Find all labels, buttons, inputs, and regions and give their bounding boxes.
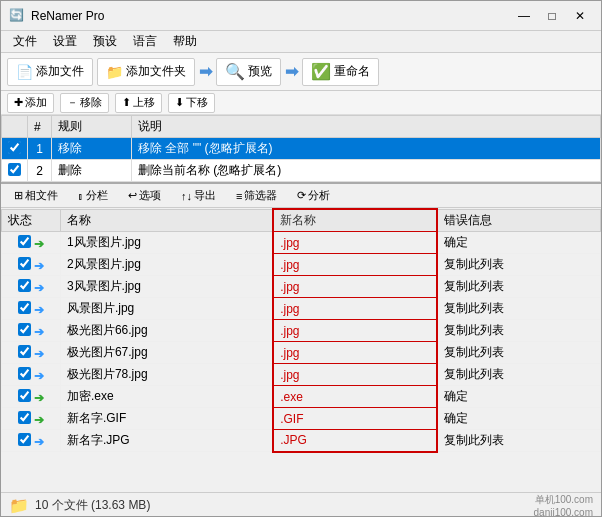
file-name-9: 新名字.GIF [60,408,273,430]
file-row-8[interactable]: ➔ 加密.exe .exe 确定 [2,386,601,408]
file-row-4[interactable]: ➔ 风景图片.jpg .jpg 复制此列表 [2,298,601,320]
file-newname-2: .jpg [273,254,437,276]
rule-checkbox-2[interactable] [2,160,28,182]
file-name-8: 加密.exe [60,386,273,408]
app-icon: 🔄 [9,8,25,24]
file-check-4[interactable] [18,301,31,314]
file-newname-1: .jpg [273,232,437,254]
columns-tab-icon: ⫾ [78,190,84,202]
add-folder-icon: 📁 [106,64,123,80]
file-row-1[interactable]: ➔ 1风景图片.jpg .jpg 确定 [2,232,601,254]
file-arrow-8: ➔ [34,391,44,405]
watermark: 单机100.com danji100.com [534,493,593,518]
add-icon: ✚ [14,96,23,109]
analysis-tab-label: 分析 [308,188,330,203]
file-check-8[interactable] [18,389,31,402]
menu-item-文件[interactable]: 文件 [5,31,45,52]
file-check-7[interactable] [18,367,31,380]
file-check-1[interactable] [18,235,31,248]
options-tab-icon: ↩ [128,189,137,202]
tab-options[interactable]: ↩ 选项 [119,186,170,206]
file-status-4: ➔ [2,298,61,320]
file-arrow-6: ➔ [34,347,44,361]
file-status-9: ➔ [2,408,61,430]
file-newname-10: .JPG [273,430,437,452]
file-name-10: 新名字.JPG [60,430,273,452]
filter-tab-label: 筛选器 [244,188,277,203]
rule-row-1[interactable]: 1 移除 移除 全部 "" (忽略扩展名) [2,138,601,160]
maximize-button[interactable]: □ [539,6,565,26]
rule-checkbox-1[interactable] [2,138,28,160]
status-bar: 📁 10 个文件 (13.63 MB) 单机100.com danji100.c… [1,492,601,517]
minimize-button[interactable]: — [511,6,537,26]
move-up-button[interactable]: ⬆ 上移 [115,93,162,113]
close-button[interactable]: ✕ [567,6,593,26]
files-col-newname: 新名称 [273,209,437,232]
rules-col-desc: 说明 [132,116,601,138]
move-up-label: 上移 [133,95,155,110]
file-check-3[interactable] [18,279,31,292]
filter-tab-icon: ≡ [236,190,242,202]
file-row-7[interactable]: ➔ 极光图片78.jpg .jpg 复制此列表 [2,364,601,386]
file-newname-4: .jpg [273,298,437,320]
rule-check-input-1[interactable] [8,141,21,154]
file-arrow-4: ➔ [34,303,44,317]
file-check-9[interactable] [18,411,31,424]
tab-analysis[interactable]: ⟳ 分析 [288,186,339,206]
menu-item-预设[interactable]: 预设 [85,31,125,52]
remove-icon: － [67,95,78,110]
file-error-10: 复制此列表 [437,430,601,452]
add-file-button[interactable]: 📄 添加文件 [7,58,93,86]
add-folder-label: 添加文件夹 [126,63,186,80]
file-error-7: 复制此列表 [437,364,601,386]
files-col-error: 错误信息 [437,209,601,232]
file-status-3: ➔ [2,276,61,298]
file-newname-7: .jpg [273,364,437,386]
add-folder-button[interactable]: 📁 添加文件夹 [97,58,195,86]
remove-rule-button[interactable]: － 移除 [60,93,109,113]
rule-name-1: 移除 [52,138,132,160]
preview-button[interactable]: 🔍 预览 [216,58,281,86]
file-error-3: 复制此列表 [437,276,601,298]
file-check-5[interactable] [18,323,31,336]
rename-button[interactable]: ✅ 重命名 [302,58,379,86]
file-row-3[interactable]: ➔ 3风景图片.jpg .jpg 复制此列表 [2,276,601,298]
export-tab-icon: ↑↓ [181,190,192,202]
file-check-2[interactable] [18,257,31,270]
add-rule-button[interactable]: ✚ 添加 [7,93,54,113]
file-newname-6: .jpg [273,342,437,364]
title-controls: — □ ✕ [511,6,593,26]
file-row-2[interactable]: ➔ 2风景图片.jpg .jpg 复制此列表 [2,254,601,276]
file-check-10[interactable] [18,433,31,446]
file-status-1: ➔ [2,232,61,254]
tab-columns[interactable]: ⫾ 分栏 [69,186,117,206]
rule-check-input-2[interactable] [8,163,21,176]
tab-export[interactable]: ↑↓ 导出 [172,186,225,206]
up-icon: ⬆ [122,96,131,109]
file-newname-3: .jpg [273,276,437,298]
title-bar: 🔄 ReNamer Pro — □ ✕ [1,1,601,31]
tab-filter[interactable]: ≡ 筛选器 [227,186,286,206]
menu-item-语言[interactable]: 语言 [125,31,165,52]
files-tab-label: 相文件 [25,188,58,203]
file-row-10[interactable]: ➔ 新名字.JPG .JPG 复制此列表 [2,430,601,452]
file-check-6[interactable] [18,345,31,358]
file-row-6[interactable]: ➔ 极光图片67.jpg .jpg 复制此列表 [2,342,601,364]
file-name-4: 风景图片.jpg [60,298,273,320]
file-error-2: 复制此列表 [437,254,601,276]
rename-label: 重命名 [334,63,370,80]
file-newname-8: .exe [273,386,437,408]
file-arrow-3: ➔ [34,281,44,295]
rules-col-num: # [28,116,52,138]
toolbar: 📄 添加文件 📁 添加文件夹 ➡ 🔍 预览 ➡ ✅ 重命名 [1,53,601,91]
rule-desc-2: 删除当前名称 (忽略扩展名) [132,160,601,182]
rule-row-2[interactable]: 2 删除 删除当前名称 (忽略扩展名) [2,160,601,182]
menu-item-帮助[interactable]: 帮助 [165,31,205,52]
move-down-button[interactable]: ⬇ 下移 [168,93,215,113]
columns-tab-label: 分栏 [86,188,108,203]
status-folder-icon: 📁 [9,496,29,515]
file-row-9[interactable]: ➔ 新名字.GIF .GIF 确定 [2,408,601,430]
tab-files[interactable]: ⊞ 相文件 [5,186,67,206]
file-row-5[interactable]: ➔ 极光图片66.jpg .jpg 复制此列表 [2,320,601,342]
menu-item-设置[interactable]: 设置 [45,31,85,52]
